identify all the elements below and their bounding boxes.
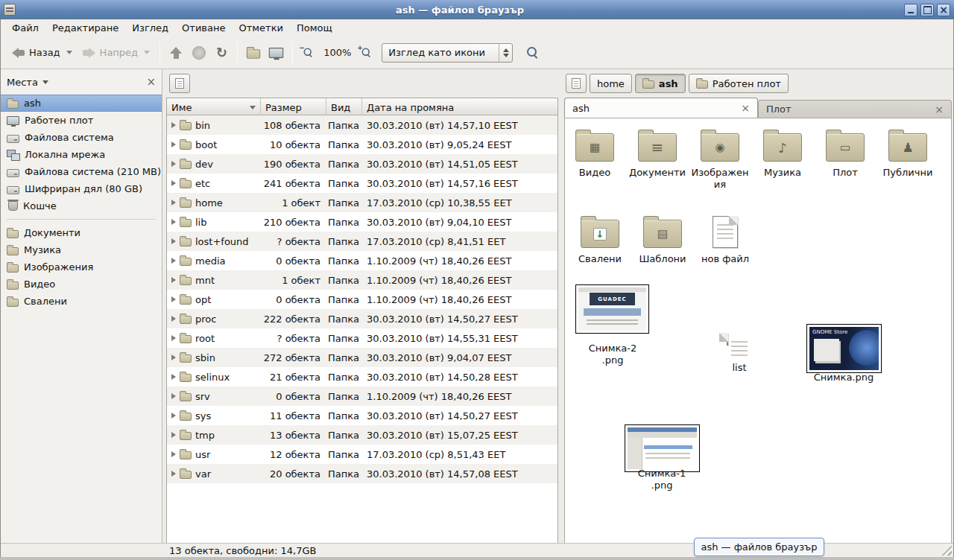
expander-icon[interactable] [171,219,176,225]
table-row[interactable]: usr 12 обекта Папка 17.03.2010 (ср) 8,51… [167,445,557,464]
sidebar-item[interactable]: Работен плот [1,112,162,129]
sidebar-item[interactable]: Кошче [1,197,162,214]
tab-ash[interactable]: ash [564,98,758,118]
back-button[interactable]: Назад [7,43,78,62]
expander-icon[interactable] [171,471,176,477]
file-item[interactable] [727,334,728,345]
sidebar-item[interactable]: Видео [1,276,162,293]
menu-item[interactable]: Отиване [175,20,232,36]
table-row[interactable]: home 1 обект Папка 17.03.2010 (ср) 10,38… [167,193,557,212]
sidebar-item[interactable]: Музика [1,241,162,258]
menu-item[interactable]: Файл [5,20,45,36]
folder-item[interactable]: Плот [815,127,875,191]
tab-desktop[interactable]: Плот [758,100,952,118]
table-row[interactable]: mnt 1 обект Папка 1.10.2009 (чт) 18,40,2… [167,270,557,290]
maximize-button[interactable] [920,4,934,16]
table-row[interactable]: bin 108 обекта Папка 30.03.2010 (вт) 14,… [167,115,557,135]
sidebar-item[interactable]: Документи [1,224,162,241]
menu-item[interactable]: Изглед [125,20,175,36]
expander-icon[interactable] [171,296,176,302]
titlebar[interactable]: ash — файлов браузър [0,0,954,19]
expander-icon[interactable] [171,451,176,457]
table-row[interactable]: dev 190 обекта Папка 30.03.2010 (вт) 14,… [167,154,557,174]
folder-item[interactable]: Шаблони [633,214,692,265]
table-row[interactable]: proc 222 обекта Папка 30.03.2010 (вт) 14… [167,309,557,328]
folder-item[interactable]: Документи [628,127,687,191]
table-row[interactable]: opt 0 обекта Папка 1.10.2009 (чт) 18,40,… [167,290,557,309]
menu-item[interactable]: Редактиране [45,20,125,36]
expander-icon[interactable] [171,335,176,341]
sidebar-item[interactable]: Свалени [1,293,162,310]
home-button[interactable] [242,44,265,62]
minimize-button[interactable] [904,4,917,16]
table-row[interactable]: srv 0 обекта Папка 1.10.2009 (чт) 18,40,… [167,386,557,406]
close-button[interactable] [937,4,950,16]
sidebar-item[interactable]: Файлова система (210 MB) [1,163,162,180]
column-header-date[interactable]: Дата на промяна [362,98,557,115]
reload-button[interactable]: ↻ [211,42,233,63]
table-row[interactable]: var 20 обекта Папка 30.03.2010 (вт) 14,5… [167,464,557,483]
table-row[interactable]: tmp 13 обекта Папка 30.03.2010 (вт) 15,0… [167,425,557,445]
expander-icon[interactable] [171,200,176,206]
tab-close-button[interactable] [741,103,750,113]
stop-button[interactable] [187,42,211,63]
zoom-in-button[interactable]: + [356,43,377,62]
image-thumbnail[interactable] [625,424,700,472]
view-mode-select[interactable]: Изглед като икони [382,43,513,63]
edit-location-button[interactable] [169,74,190,93]
expander-icon[interactable] [171,413,176,419]
forward-button[interactable]: Напред [78,43,155,62]
expander-icon[interactable] [171,354,176,360]
expander-icon[interactable] [171,393,176,399]
file-label[interactable]: Снимка.png [806,372,881,384]
sidebar-item[interactable]: Файлова система [1,129,162,146]
path-button[interactable]: Работен плот [689,74,789,93]
tab-close-button[interactable] [935,104,944,115]
path-button[interactable]: home [590,74,632,93]
edit-location-button[interactable] [566,74,587,93]
expander-icon[interactable] [171,141,176,147]
expander-icon[interactable] [171,122,176,128]
image-thumbnail[interactable]: GUADEC [575,284,649,334]
expander-icon[interactable] [171,161,176,167]
table-row[interactable]: boot 10 обекта Папка 30.03.2010 (вт) 9,0… [167,135,557,154]
sidebar-close-button[interactable] [146,77,156,88]
sidebar-title-select[interactable]: Места [7,77,48,88]
expander-icon[interactable] [171,258,176,264]
combo-arrows-icon[interactable] [499,44,512,62]
table-row[interactable]: root ? обекта Папка 30.03.2010 (вт) 14,5… [167,328,557,348]
expander-icon[interactable] [171,277,176,283]
column-header-name[interactable]: Име [167,98,261,115]
sidebar-item[interactable]: Локална мрежа [1,146,162,163]
taskbar-window-button[interactable]: ash — файлов браузър [694,538,824,556]
sidebar-item[interactable]: ash [1,95,162,112]
table-row[interactable]: sys 11 обекта Папка 30.03.2010 (вт) 14,5… [167,406,557,425]
column-header-size[interactable]: Размер [261,98,326,115]
zoom-out-button[interactable]: − [297,43,319,62]
folder-item[interactable]: Музика [753,127,812,191]
expander-icon[interactable] [171,180,176,186]
up-button[interactable] [165,43,187,63]
expander-icon[interactable] [171,238,176,244]
menu-item[interactable]: Помощ [290,20,339,36]
expander-icon[interactable] [171,374,176,380]
folder-item[interactable]: Изображения [690,127,750,191]
computer-button[interactable] [265,44,288,61]
image-thumbnail[interactable]: GNOME Store [806,324,882,373]
menu-item[interactable]: Отметки [232,20,289,36]
table-row[interactable]: lib 210 обекта Папка 30.03.2010 (вт) 9,0… [167,212,557,232]
back-history-chevron-icon[interactable] [66,51,72,54]
file-item[interactable]: нов файл [695,214,755,265]
expander-icon[interactable] [171,316,176,322]
sidebar-item[interactable]: Изображения [1,258,162,276]
file-label[interactable]: Снимка-1.png [636,468,687,491]
folder-item[interactable]: Видео [565,127,625,191]
table-row[interactable]: lost+found ? обекта Папка 17.03.2010 (ср… [167,232,557,251]
table-row[interactable]: etc 241 обекта Папка 30.03.2010 (вт) 14,… [167,174,557,193]
resize-grip[interactable] [941,545,952,556]
folder-item[interactable]: Свалени [570,214,630,265]
file-label[interactable]: Снимка-2.png [587,343,638,366]
expander-icon[interactable] [171,432,176,438]
path-button[interactable]: ash [635,74,686,93]
folder-item[interactable]: Публични [878,127,938,191]
